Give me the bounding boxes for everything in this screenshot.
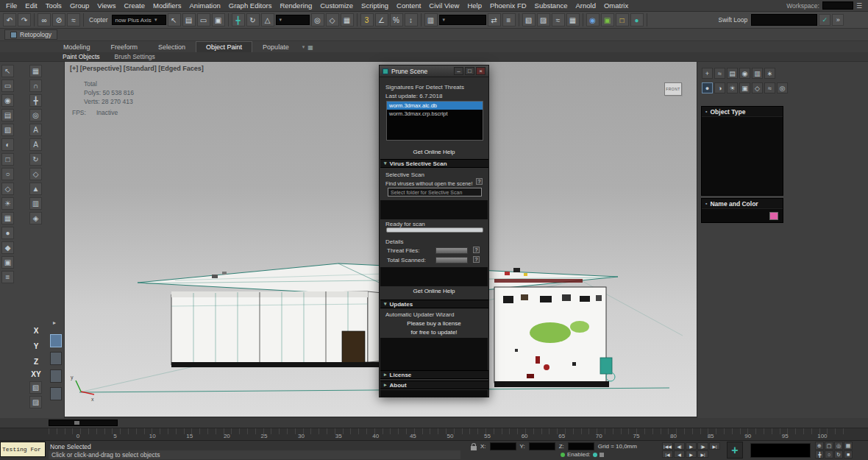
utilities-tab-icon[interactable]: ∗ bbox=[764, 68, 775, 79]
menu-phoenix-fd[interactable]: Phoenix FD bbox=[490, 1, 527, 10]
layout-preset-active[interactable] bbox=[50, 334, 62, 347]
name-color-rollout-header[interactable]: ▪ Name and Color bbox=[702, 199, 783, 209]
subtab-brush-settings[interactable]: Brush Settings bbox=[110, 53, 160, 60]
tool-icon-circle[interactable]: ◉ bbox=[1, 94, 14, 107]
window-crossing-icon[interactable]: ▣ bbox=[212, 13, 225, 26]
snap-mode-dropdown[interactable]: now Plus Axis▾ bbox=[112, 15, 166, 25]
object-type-rollout-header[interactable]: ▪ Object Type bbox=[702, 107, 783, 117]
select-and-rotate-icon[interactable]: ↻ bbox=[246, 13, 260, 26]
menu-animation[interactable]: Animation bbox=[190, 1, 221, 10]
timeline-ruler[interactable]: 0 5 10 15 20 25 30 35 40 45 50 55 60 65 … bbox=[0, 428, 868, 441]
section-updates[interactable]: ▾ Updates bbox=[380, 300, 488, 308]
menu-create[interactable]: Create bbox=[124, 1, 145, 10]
select-and-manipulate-icon[interactable]: ◇ bbox=[326, 13, 339, 26]
axis-xy-button[interactable]: XY bbox=[28, 370, 44, 378]
signature-listbox[interactable]: worm.3dmax.alc.db worm.3dmax.crp.bscript bbox=[386, 101, 483, 141]
menu-edit[interactable]: Edit bbox=[25, 1, 37, 10]
tab-selection[interactable]: Selection bbox=[148, 41, 196, 52]
field-of-view-icon[interactable]: ○ bbox=[825, 450, 833, 459]
layout-preset-3[interactable] bbox=[50, 369, 62, 383]
helpers-category-icon[interactable]: ◇ bbox=[752, 82, 763, 93]
selection-lock-icon[interactable] bbox=[471, 446, 477, 450]
tool-icon-list[interactable]: ≡ bbox=[1, 271, 14, 283]
help-question-button-3[interactable]: ? bbox=[473, 256, 480, 263]
z-coordinate-field[interactable] bbox=[568, 442, 594, 450]
tool-icon-target[interactable]: ▣ bbox=[1, 256, 14, 269]
motion-tab-icon[interactable]: ◉ bbox=[739, 68, 750, 79]
select-and-scale-icon[interactable]: △ bbox=[261, 13, 274, 26]
hierarchy-tab-icon[interactable]: ▤ bbox=[727, 68, 738, 79]
spinner-snap-icon[interactable]: ↕ bbox=[405, 13, 418, 26]
lights-category-icon[interactable]: ☀ bbox=[727, 82, 738, 93]
unlink-selection-icon[interactable]: ⊘ bbox=[52, 13, 65, 26]
percent-snap-icon[interactable]: % bbox=[390, 13, 403, 26]
select-and-move-icon[interactable]: ╋ bbox=[232, 13, 245, 26]
key-forward-button[interactable]: ▶| bbox=[697, 450, 708, 458]
tool-icon-plant[interactable]: ▲ bbox=[29, 183, 42, 195]
workspace-menu-icon[interactable]: ☰ bbox=[856, 2, 862, 10]
mirror-icon[interactable]: ⇄ bbox=[488, 13, 501, 26]
orbit-icon[interactable]: ↻ bbox=[834, 450, 843, 459]
axis-x-button[interactable]: X bbox=[28, 327, 44, 335]
tool-icon-hatch3[interactable]: ▨ bbox=[29, 396, 42, 408]
align-icon[interactable]: ≡ bbox=[502, 13, 516, 26]
x-coordinate-field[interactable] bbox=[490, 442, 516, 450]
shapes-category-icon[interactable]: ◑ bbox=[714, 82, 725, 93]
tab-populate[interactable]: Populate bbox=[252, 41, 299, 52]
section-license[interactable]: ▸ License bbox=[380, 370, 488, 379]
help-question-button-1[interactable]: ? bbox=[476, 178, 483, 185]
menu-tools[interactable]: Tools bbox=[46, 1, 62, 10]
time-tag-field[interactable] bbox=[750, 443, 811, 458]
signature-row-selected[interactable]: worm.3dmax.alc.db bbox=[387, 102, 483, 110]
zoom-extents-icon[interactable]: ◎ bbox=[834, 442, 843, 450]
help-question-button-2[interactable]: ? bbox=[473, 247, 480, 253]
tool-icon-box[interactable]: □ bbox=[1, 153, 14, 166]
folder-select-field[interactable]: Select folder for Selective Scan bbox=[388, 188, 482, 197]
check-icon[interactable]: ✓ bbox=[819, 14, 830, 26]
menu-views[interactable]: Views bbox=[97, 1, 115, 10]
toggle-scene-explorer-icon[interactable]: ▧ bbox=[522, 13, 536, 26]
bind-to-space-warp-icon[interactable]: ≈ bbox=[67, 13, 80, 26]
menu-rendering[interactable]: Rendering bbox=[280, 1, 312, 10]
tool-icon-letter-a-blue[interactable]: A bbox=[29, 124, 42, 136]
menu-modifiers[interactable]: Modifiers bbox=[153, 1, 182, 10]
tool-icon-half[interactable]: ◐ bbox=[1, 138, 14, 151]
geometry-category-icon[interactable]: ● bbox=[702, 82, 713, 93]
menu-substance[interactable]: Substance bbox=[535, 1, 568, 10]
retopology-tab[interactable]: Retopology bbox=[4, 29, 57, 40]
schematic-view-icon[interactable]: ▦ bbox=[566, 13, 580, 26]
angle-snap-icon[interactable]: ∠ bbox=[375, 13, 388, 26]
menu-arnold[interactable]: Arnold bbox=[575, 1, 595, 10]
menu-scripting[interactable]: Scripting bbox=[361, 1, 388, 10]
named-selection-dropdown[interactable]: ▾ bbox=[439, 15, 486, 25]
zoom-region-icon[interactable]: ▦ bbox=[844, 442, 853, 450]
close-button[interactable]: × bbox=[476, 67, 485, 75]
render-setup-icon[interactable]: ▣ bbox=[601, 13, 614, 26]
play-button[interactable]: ▶ bbox=[686, 442, 697, 450]
tool-icon-ring[interactable]: ◎ bbox=[29, 109, 42, 121]
tab-freeform[interactable]: Freeform bbox=[101, 41, 149, 52]
go-to-end-button[interactable]: ▶| bbox=[709, 442, 720, 450]
tool-icon-magnet[interactable]: ∩ bbox=[29, 79, 42, 92]
keyboard-shortcut-override-icon[interactable]: ▦ bbox=[341, 13, 354, 26]
axis-y-button[interactable]: Y bbox=[28, 342, 44, 350]
tool-icon-letter-a[interactable]: A bbox=[29, 138, 42, 151]
view-cube-front[interactable]: FRONT bbox=[664, 82, 682, 96]
curve-editor-icon[interactable]: ≈ bbox=[552, 13, 565, 26]
y-coordinate-field[interactable] bbox=[529, 442, 555, 450]
section-virus-selective-scan[interactable]: ▾ Virus Selective Scan bbox=[380, 159, 488, 168]
zoom-all-icon[interactable]: ▢ bbox=[825, 442, 833, 450]
tool-icon-diamond[interactable]: ◇ bbox=[1, 183, 14, 195]
signature-row[interactable]: worm.3dmax.crp.bscript bbox=[387, 110, 483, 118]
snap-toggle-3d-icon[interactable]: 3 bbox=[360, 13, 374, 26]
object-color-swatch[interactable] bbox=[769, 212, 778, 220]
tool-icon-recycle[interactable]: ↻ bbox=[29, 153, 42, 166]
toolbar-black-field[interactable] bbox=[751, 14, 817, 26]
step-back-button[interactable]: ◀ bbox=[674, 450, 685, 458]
toggle-layer-explorer-icon[interactable]: ▨ bbox=[537, 13, 550, 26]
use-pivot-center-icon[interactable]: ◎ bbox=[311, 13, 324, 26]
create-tab-icon[interactable]: + bbox=[702, 68, 713, 79]
menu-omatrix[interactable]: Omatrix bbox=[604, 1, 628, 10]
time-slider-handle[interactable] bbox=[74, 421, 79, 425]
zoom-icon[interactable]: ⊕ bbox=[815, 442, 824, 450]
